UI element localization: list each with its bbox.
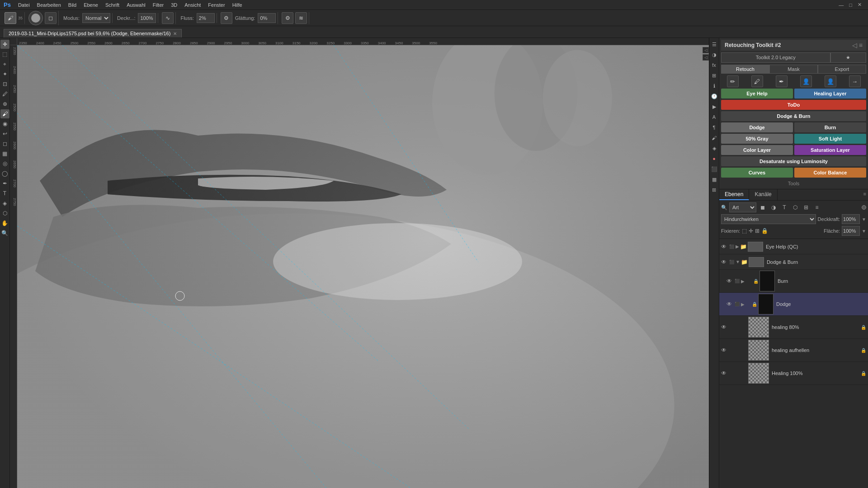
layer-expand-1[interactable]: ▼ xyxy=(736,259,740,264)
color-layer-btn[interactable]: Color Layer xyxy=(721,145,793,155)
menu-datei[interactable]: Datei xyxy=(14,1,33,9)
brush-tool[interactable]: 🖌 xyxy=(0,109,9,118)
lock-artboard-btn[interactable]: ⊞ xyxy=(755,228,760,234)
50gray-btn[interactable]: 50% Gray xyxy=(721,134,793,144)
layer-eye-icon-5[interactable]: 👁 xyxy=(721,347,728,353)
menu-bild[interactable]: Bild xyxy=(65,1,80,9)
magic-wand-tool[interactable]: ✦ xyxy=(0,70,9,79)
hand-tool[interactable]: ✋ xyxy=(0,219,9,228)
toolkit-collapse-btn[interactable]: ◁ xyxy=(852,42,857,49)
zoom-tool[interactable]: 🔍 xyxy=(0,229,9,238)
tk-arrow-icon[interactable]: → xyxy=(849,75,861,87)
menu-auswahl[interactable]: Auswahl xyxy=(123,1,149,9)
style-icon[interactable]: fx xyxy=(710,61,719,70)
layer-expand-0[interactable]: ▶ xyxy=(736,244,739,249)
blur-tool[interactable]: ◎ xyxy=(0,159,9,168)
lock-all-btn[interactable]: 🔒 xyxy=(761,228,768,234)
menu-fenster[interactable]: Fenster xyxy=(204,1,228,9)
retouch-tab[interactable]: Retouch xyxy=(721,65,769,74)
toolkit-legacy-tab[interactable]: Toolkit 2.0 Legacy xyxy=(721,52,830,63)
layer-filter-smart-btn[interactable]: ⊞ xyxy=(802,203,811,212)
color-icon[interactable]: ● xyxy=(710,154,719,163)
patterns-icon[interactable]: ⊞ xyxy=(710,185,719,194)
healing-layer-btn[interactable]: Healing Layer xyxy=(794,89,866,99)
tk-pencil-icon[interactable]: ✏ xyxy=(727,75,739,87)
layer-eye-icon-0[interactable]: 👁 xyxy=(721,244,728,250)
layer-eye-icon-4[interactable]: 👁 xyxy=(721,324,728,330)
window-minimize[interactable]: — xyxy=(836,2,846,8)
mask-tab[interactable]: Mask xyxy=(769,65,818,74)
dodge-btn[interactable]: Dodge xyxy=(721,122,793,132)
export-tab[interactable]: Export xyxy=(818,65,866,74)
layer-opacity-input[interactable]: 100% xyxy=(842,214,860,224)
layer-filter-adj-btn[interactable]: ◑ xyxy=(769,203,778,212)
text-tool[interactable]: T xyxy=(0,189,9,198)
airbrush-btn[interactable]: ∿ xyxy=(162,12,174,24)
eye-help-btn[interactable]: Eye Help xyxy=(721,89,793,99)
char-icon[interactable]: A xyxy=(710,113,719,122)
menu-bearbeiten[interactable]: Bearbeiten xyxy=(33,1,65,9)
gradient-tool[interactable]: ▦ xyxy=(0,149,9,158)
layer-dodge-burn-group[interactable]: 👁 ⬛ ▼ 📁 Dodge & Burn xyxy=(719,254,868,270)
fill-arrow[interactable]: ▼ xyxy=(862,229,866,234)
window-close[interactable]: ✕ xyxy=(855,2,864,8)
window-maximize[interactable]: □ xyxy=(846,2,855,8)
dodge-tool[interactable]: ◯ xyxy=(0,169,9,178)
lock-pixels-btn[interactable]: ⬚ xyxy=(742,228,747,234)
menu-schrift[interactable]: Schrift xyxy=(102,1,123,9)
layer-healing-80[interactable]: 👁 healing 80% 🔒 xyxy=(719,316,868,339)
panel-collapse-btn[interactable]: ◁ xyxy=(703,47,709,53)
todo-btn[interactable]: ToDo xyxy=(721,100,866,110)
move-tool[interactable]: ✛ xyxy=(0,40,9,49)
dodge-burn-btn[interactable]: Dodge & Burn xyxy=(721,111,866,121)
toolkit-menu-btn[interactable]: ≡ xyxy=(859,42,863,49)
color-balance-btn[interactable]: Color Balance xyxy=(794,168,866,178)
layers-panel-menu-btn[interactable]: ≡ xyxy=(862,189,868,200)
curves-btn[interactable]: Curves xyxy=(721,168,793,178)
brush-tool-btn[interactable]: 🖌 xyxy=(5,12,16,24)
clone-icon[interactable]: ◈ xyxy=(710,144,719,153)
menu-hilfe[interactable]: Hilfe xyxy=(229,1,246,9)
adjust-icon[interactable]: ◑ xyxy=(710,50,719,59)
opacity-arrow[interactable]: ▼ xyxy=(862,217,866,222)
layer-eye-icon-2[interactable]: 👁 xyxy=(726,278,734,284)
actions-icon[interactable]: ▶ xyxy=(710,102,719,111)
tk-pen-icon[interactable]: 🖊 xyxy=(751,75,763,87)
para-icon[interactable]: ¶ xyxy=(710,123,719,132)
layer-burn[interactable]: 👁 ⬛ ▶ 📁 🔒 Burn xyxy=(719,270,868,293)
document-tab[interactable]: 2019-03-11_Mini-DripLips1575.psd bei 59,… xyxy=(4,29,182,38)
layer-healing-100[interactable]: 👁 Healing 100% 🔒 xyxy=(719,362,868,385)
info-icon[interactable]: ℹ xyxy=(710,81,719,90)
path-select-tool[interactable]: ◈ xyxy=(0,199,9,208)
eyedropper-tool[interactable]: 🖉 xyxy=(0,89,9,99)
crop-tool[interactable]: ⊡ xyxy=(0,80,9,89)
flow-input[interactable]: 2% xyxy=(197,13,215,23)
kanaele-tab[interactable]: Kanäle xyxy=(749,189,777,200)
brush-icon[interactable]: 🖌 xyxy=(710,133,719,142)
tk-person2-icon[interactable]: 👤 xyxy=(825,75,836,87)
shape-tool[interactable]: ⬡ xyxy=(0,209,9,218)
gradients-icon[interactable]: ▦ xyxy=(710,175,719,184)
saturation-layer-btn[interactable]: Saturation Layer xyxy=(794,145,866,155)
lasso-tool[interactable]: ⌖ xyxy=(0,60,9,69)
history-icon[interactable]: 🕐 xyxy=(710,92,719,101)
selection-tool[interactable]: ⬚ xyxy=(0,50,9,59)
toolkit-star-tab[interactable]: ★ xyxy=(830,52,866,63)
layer-dodge[interactable]: 👁 ⬛ ▶ 📁 🔒 Dodge xyxy=(719,293,868,316)
layer-filter-pixel-btn[interactable]: ◼ xyxy=(758,203,767,212)
smoothing-options-btn[interactable]: ⚙ xyxy=(221,12,232,24)
brush-mask-btn[interactable]: ◻ xyxy=(45,12,57,24)
opacity-input[interactable]: 100% xyxy=(138,13,156,23)
tk-person1-icon[interactable]: 👤 xyxy=(800,75,812,87)
menu-ebene[interactable]: Ebene xyxy=(80,1,102,9)
layer-filter-toggle[interactable] xyxy=(862,205,866,210)
tab-close-btn[interactable]: ✕ xyxy=(173,31,177,36)
smoothing-input[interactable]: 0% xyxy=(258,13,276,23)
pen-tool[interactable]: ✒ xyxy=(0,179,9,188)
layer-eye-help-group[interactable]: 👁 ⬛ ▶ 📁 Eye Help (QC) xyxy=(719,239,868,254)
layer-filter-extra-btn[interactable]: ≡ xyxy=(812,203,821,212)
menu-filter[interactable]: Filter xyxy=(149,1,167,9)
ebenen-tab[interactable]: Ebenen xyxy=(719,189,749,200)
canvas-container[interactable]: ◁ ◁ xyxy=(17,45,709,488)
layer-filter-type-btn[interactable]: T xyxy=(780,203,789,212)
